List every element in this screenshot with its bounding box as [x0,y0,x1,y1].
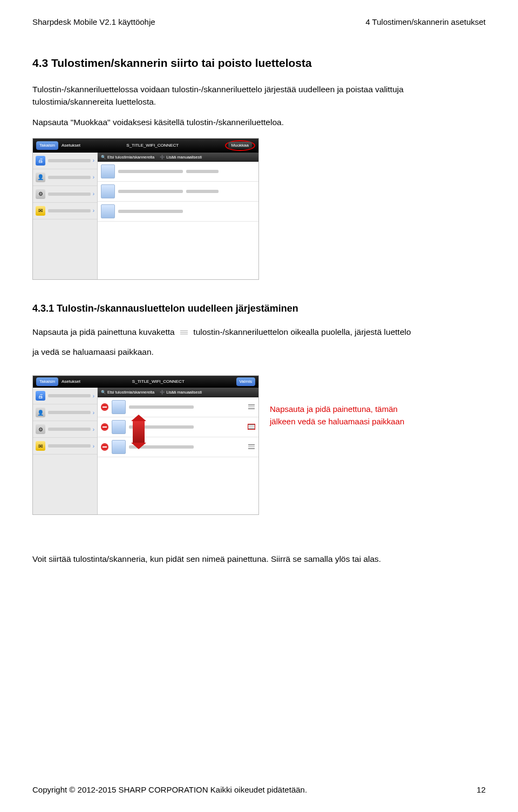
device-icon [101,204,115,218]
topbar-title-left: Asetukset [62,142,80,149]
mail-icon: ✉ [36,206,45,216]
mail-icon: ✉ [36,441,45,451]
remove-icon[interactable] [101,423,108,431]
drag-handle-highlighted[interactable] [248,424,255,430]
chevron-right-icon: › [93,173,94,181]
section-title: 4.3 Tulostimen/skannerin siirto tai pois… [32,54,486,72]
device-icon [112,440,126,454]
screenshot-reorder: Takaisin Asetukset S_TITLE_WIFI_CONNECT … [32,375,259,515]
device-icon [112,400,126,414]
device-icon [101,164,115,178]
topbar-title-left: Asetukset [62,379,80,385]
search-icon: 🔍 [101,389,106,395]
remove-icon[interactable] [101,403,108,411]
subsection-line1: Napsauta ja pidä painettuna kuvaketta tu… [32,326,486,338]
chevron-right-icon: › [93,442,94,450]
add-manual-button[interactable]: ➕Lisää manuaalisesti [160,154,202,160]
find-devices-button[interactable]: 🔍Etsi tulostimia/skannereita [101,154,154,160]
chevron-right-icon: › [93,190,94,198]
topbar-title-center: S_TITLE_WIFI_CONNECT [80,379,236,385]
subsection-title: 4.3.1 Tulostin-/skannausluettelon uudell… [32,301,486,316]
callout-line2: jälkeen vedä se haluamaasi paikkaan [270,416,404,428]
line1-part-b: tulostin-/skanneriluettelon oikealla puo… [193,327,411,336]
subsection-line2: ja vedä se haluamaasi paikkaan. [32,346,486,358]
muokkaa-highlight: Muokkaa [225,140,255,151]
muokkaa-suffix: voidaksesi käsitellä tulostin-/skanneril… [111,118,284,127]
chevron-right-icon: › [93,392,94,400]
drag-handle[interactable] [248,404,255,409]
drag-handle[interactable] [248,444,255,449]
footer-copyright: Copyright © 2012-2015 SHARP CORPORATION … [32,784,307,796]
screenshot-muokkaa: Takaisin Asetukset S_TITLE_WIFI_CONNECT … [32,138,259,280]
chevron-right-icon: › [93,207,94,215]
header-left: Sharpdesk Mobile V2.1 käyttöohje [32,16,155,29]
footer-page: 12 [476,784,486,796]
back-button[interactable]: Takaisin [36,141,58,150]
sidebar-item[interactable]: 🖨› [33,153,97,169]
sidebar-item[interactable]: ✉› [33,438,97,455]
muokkaa-line: Napsauta "Muokkaa" voidaksesi käsitellä … [32,116,486,128]
drag-arrow-indicator [133,415,146,449]
printer-icon: 🖨 [36,156,45,166]
content-pane: 🔍Etsi tulostimia/skannereita ➕Lisää manu… [98,388,258,514]
line1-part-a: Napsauta ja pidä painettuna kuvaketta [32,327,175,336]
bottom-note: Voit siirtää tulostinta/skanneria, kun p… [32,553,486,565]
sidebar-item[interactable]: ✉› [33,203,97,219]
user-icon: 👤 [36,173,45,182]
chevron-right-icon: › [93,425,94,433]
callout: Napsauta ja pidä painettuna, tämän jälke… [270,403,404,428]
topbar-title-center: S_TITLE_WIFI_CONNECT [80,142,224,149]
device-icon [101,184,115,198]
list-item[interactable] [98,162,258,182]
muokkaa-prefix: Napsauta [32,118,71,127]
remove-icon[interactable] [101,443,108,451]
grip-icon [180,331,188,335]
done-button[interactable]: Valmis [236,377,255,386]
sidebar-item[interactable]: 👤› [33,404,97,421]
add-manual-button[interactable]: ➕Lisää manuaalisesti [160,389,202,395]
content-pane: 🔍Etsi tulostimia/skannereita ➕Lisää manu… [98,153,258,279]
list-item[interactable] [98,437,258,457]
muokkaa-quoted: "Muokkaa" [71,118,111,127]
printer-icon: 🖨 [36,391,45,401]
muokkaa-button[interactable]: Muokkaa [228,142,252,149]
sidebar-item[interactable]: 🖨› [33,388,97,404]
list-item[interactable] [98,417,258,437]
search-icon: 🔍 [101,154,106,160]
gear-icon: ⚙ [36,424,45,434]
user-icon: 👤 [36,408,45,417]
back-button[interactable]: Takaisin [36,377,58,386]
find-devices-button[interactable]: 🔍Etsi tulostimia/skannereita [101,389,154,395]
plus-icon: ➕ [160,389,165,395]
chevron-right-icon: › [93,156,94,164]
sidebar-item[interactable]: ⚙› [33,186,97,203]
callout-line1: Napsauta ja pidä painettuna, tämän [270,403,404,416]
list-item[interactable] [98,182,258,202]
device-icon [112,420,126,434]
sidebar-item[interactable]: ⚙› [33,421,97,438]
plus-icon: ➕ [160,154,165,160]
sidebar: 🖨› 👤› ⚙› ✉› [33,388,98,514]
chevron-right-icon: › [93,409,94,417]
header-right: 4 Tulostimen/skannerin asetukset [365,16,486,29]
list-item[interactable] [98,397,258,417]
list-item[interactable] [98,202,258,222]
sidebar-item[interactable]: 👤› [33,169,97,186]
gear-icon: ⚙ [36,189,45,199]
section-intro: Tulostin-/skanneriluettelossa voidaan tu… [32,83,486,108]
sidebar: 🖨› 👤› ⚙› ✉› [33,153,98,279]
